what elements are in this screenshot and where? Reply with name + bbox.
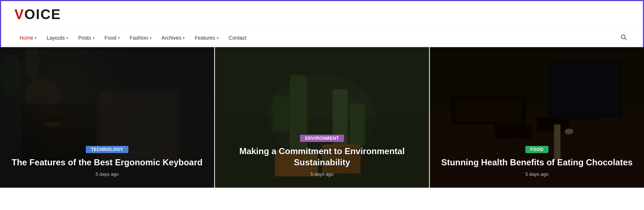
hero-date-1: 5 days ago [11,171,203,177]
logo-v: V [14,6,25,22]
chevron-down-icon: ▾ [217,36,219,40]
chevron-down-icon: ▾ [35,36,36,40]
hero-card-1[interactable]: Technology The Features of the Best Ergo… [0,47,214,188]
category-badge-1[interactable]: Technology [86,146,128,153]
site-logo[interactable]: VOICE [14,6,61,22]
nav-link-layouts[interactable]: Layouts ▾ [41,29,73,46]
hero-title-2[interactable]: Making a Commitment to Environmental Sus… [226,146,418,168]
chevron-down-icon: ▾ [183,36,185,40]
nav-link-fashion[interactable]: Fashion ▾ [125,29,156,46]
nav-link-home[interactable]: Home ▾ [14,29,41,46]
nav-item-food[interactable]: Food ▾ [100,29,125,46]
hero-card-2-content: Environment Making a Commitment to Envir… [215,135,429,177]
hero-title-1[interactable]: The Features of the Best Ergonomic Keybo… [11,157,203,168]
hero-card-1-content: Technology The Features of the Best Ergo… [0,146,214,177]
nav-link-contact[interactable]: Contact [224,29,252,46]
nav-item-archives[interactable]: Archives ▾ [156,29,190,46]
nav-item-layouts[interactable]: Layouts ▾ [41,29,73,46]
hero-card-3[interactable]: Food Stunning Health Benefits of Eating … [429,47,644,188]
hero-section: Technology The Features of the Best Ergo… [0,47,644,188]
svg-line-1 [625,38,626,40]
hero-title-3[interactable]: Stunning Health Benefits of Eating Choco… [441,157,633,168]
site-header: VOICE [0,0,644,29]
nav-link-food[interactable]: Food ▾ [100,29,125,46]
hero-card-2[interactable]: Environment Making a Commitment to Envir… [214,47,429,188]
category-badge-2[interactable]: Environment [300,135,344,142]
nav-item-posts[interactable]: Posts ▾ [73,29,100,46]
nav-items: Home ▾ Layouts ▾ Posts ▾ Food ▾ Fashion [14,29,251,46]
chevron-down-icon: ▾ [93,36,94,40]
chevron-down-icon: ▾ [150,36,151,40]
nav-item-fashion[interactable]: Fashion ▾ [125,29,156,46]
nav-item-contact[interactable]: Contact [224,29,252,46]
category-badge-3[interactable]: Food [525,146,549,153]
hero-date-2: 5 days ago [226,171,418,177]
chevron-down-icon: ▾ [66,36,68,40]
chevron-down-icon: ▾ [118,36,120,40]
nav-item-home[interactable]: Home ▾ [14,29,41,46]
nav-link-posts[interactable]: Posts ▾ [73,29,100,46]
hero-card-3-content: Food Stunning Health Benefits of Eating … [430,146,644,177]
search-icon[interactable] [617,31,630,45]
main-nav: Home ▾ Layouts ▾ Posts ▾ Food ▾ Fashion [0,29,644,47]
hero-date-3: 5 days ago [441,171,633,177]
nav-link-archives[interactable]: Archives ▾ [156,29,190,46]
nav-item-features[interactable]: Features ▾ [190,29,224,46]
logo-text: OICE [25,6,61,22]
nav-link-features[interactable]: Features ▾ [190,29,224,46]
